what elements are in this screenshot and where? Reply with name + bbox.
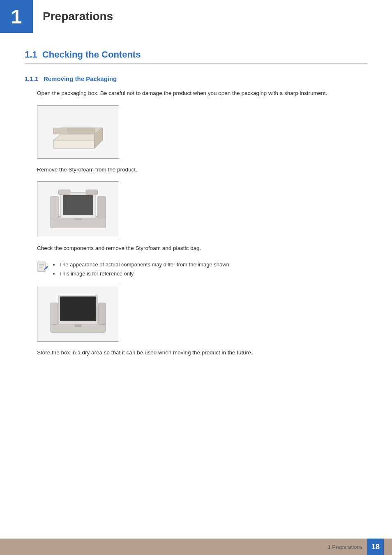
svg-rect-23 [99,303,106,325]
svg-rect-22 [51,303,58,325]
svg-marker-4 [53,128,68,134]
svg-rect-13 [58,190,70,194]
note-icon [37,261,48,273]
open-box-text: Open the packaging box. Be careful not t… [37,89,367,98]
note-list: The appearance of actual components may … [53,260,231,278]
chapter-header: 1 Preparations [0,0,392,33]
chapter-number: 1 [0,0,33,33]
svg-rect-11 [63,195,93,215]
svg-rect-26 [61,297,95,320]
svg-rect-15 [38,262,45,272]
page-number: 18 [367,539,384,555]
monitor-screen-image [37,286,119,342]
note-item-2: This image is for reference only. [59,269,231,278]
monitor-foam-svg [45,187,111,232]
remove-styrofoam-text: Remove the Styrofoam from the product. [37,165,367,174]
page-footer: 1 Preparations 18 [0,539,392,555]
check-components-text: Check the components and remove the Styr… [37,244,367,253]
svg-marker-1 [53,140,95,148]
carton-image [37,105,119,159]
carton-svg [45,111,111,153]
store-box-text: Store the box in a dry area so that it c… [37,348,367,357]
subsection-content: Open the packaging box. Be careful not t… [25,89,367,357]
section-111-heading: 1.1.1 Removing the Packaging [25,75,367,82]
svg-rect-8 [51,197,58,218]
monitor-foam-image [37,181,119,237]
footer-text: 1 Preparations [327,544,362,550]
svg-rect-14 [86,190,98,194]
monitor-screen-svg [45,291,111,336]
svg-rect-29 [75,324,81,327]
content-area: 1.1 Checking the Contents 1.1.1 Removing… [0,49,392,398]
note-item-1: The appearance of actual components may … [59,260,231,269]
section-11-heading: 1.1 Checking the Contents [25,49,367,64]
chapter-title: Preparations [33,0,113,33]
svg-rect-12 [74,218,82,220]
svg-marker-5 [68,128,95,134]
note-block: The appearance of actual components may … [37,260,367,278]
svg-rect-9 [98,197,106,218]
